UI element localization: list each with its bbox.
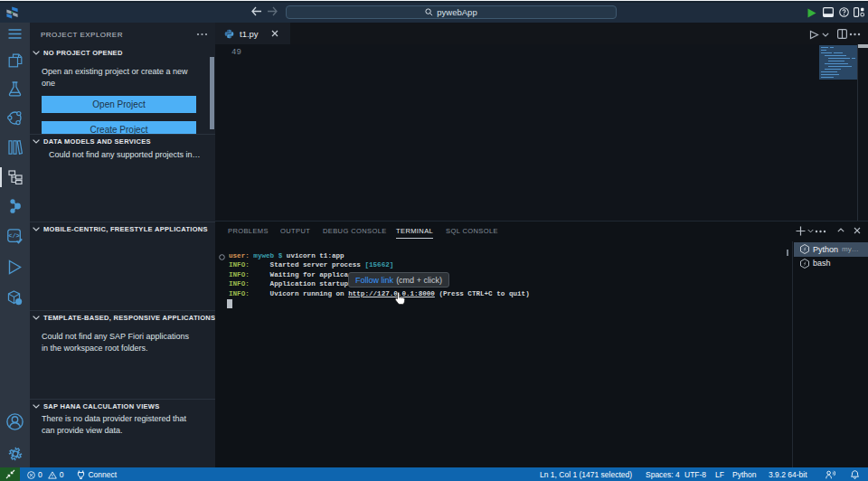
- svg-text:</>: </>: [8, 232, 20, 240]
